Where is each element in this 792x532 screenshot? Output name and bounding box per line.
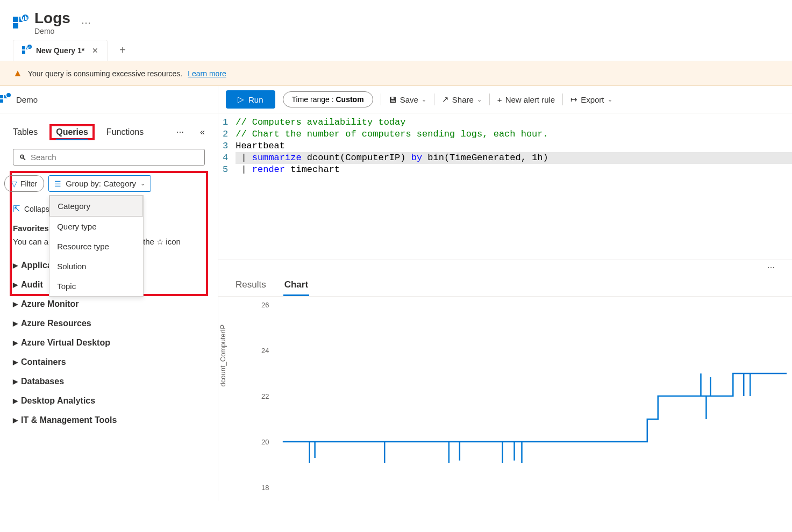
- play-icon: ▷: [238, 95, 244, 104]
- caret-right-icon: ▶: [13, 262, 18, 269]
- list-icon: ☰: [54, 179, 61, 188]
- export-button[interactable]: ↦ Export ⌄: [570, 95, 612, 104]
- caret-right-icon: ▶: [13, 358, 18, 366]
- chevron-down-icon: ⌄: [477, 96, 482, 103]
- group-by-option[interactable]: Solution: [49, 256, 143, 276]
- svg-text:20: 20: [261, 438, 269, 446]
- plus-icon: +: [497, 95, 502, 104]
- new-alert-button[interactable]: + New alert rule: [497, 95, 555, 104]
- collapse-panel-icon[interactable]: «: [200, 127, 205, 137]
- svg-text:18: 18: [261, 484, 269, 492]
- group-by-dropdown[interactable]: ☰ Group by: Category ⌄ Category Query ty…: [48, 175, 151, 192]
- result-area: ⋯ Results Chart dcount_ComputerIP 26 24 …: [218, 260, 792, 501]
- panel-tabs: Tables Queries Functions ⋯ «: [13, 119, 205, 143]
- group-by-option[interactable]: Resource type: [49, 236, 143, 256]
- svg-text:22: 22: [261, 392, 269, 400]
- chevron-down-icon: ⌄: [140, 180, 145, 187]
- export-icon: ↦: [570, 95, 577, 104]
- chevron-down-icon: ⌄: [608, 96, 612, 103]
- right-panel: 12345 // Computers availability today //…: [218, 113, 792, 501]
- share-button[interactable]: ↗ Share ⌄: [442, 95, 482, 104]
- highlight-queries: Queries: [49, 124, 95, 140]
- caret-right-icon: ▶: [13, 320, 18, 327]
- query-tab-icon: [22, 46, 32, 55]
- save-button[interactable]: 💾︎ Save ⌄: [389, 95, 426, 104]
- tab-chart[interactable]: Chart: [283, 275, 309, 296]
- filter-icon: ▽: [11, 179, 17, 188]
- caret-right-icon: ▶: [13, 416, 18, 424]
- code-area[interactable]: // Computers availability today // Chart…: [236, 117, 792, 176]
- line-gutter: 12345: [223, 117, 236, 176]
- toolbar: ▷ Run Time range : Custom 💾︎ Save ⌄ ↗ Sh…: [218, 86, 792, 113]
- page-title: Logs: [34, 10, 70, 27]
- search-icon: 🔍︎: [19, 153, 26, 162]
- filter-button[interactable]: ▽ Filter: [4, 175, 44, 192]
- query-tabs-row: New Query 1* ✕ +: [0, 40, 792, 61]
- scope-label[interactable]: Demo: [16, 95, 38, 104]
- add-tab-button[interactable]: +: [114, 41, 131, 60]
- warning-icon: ▲: [13, 68, 23, 79]
- tab-tables[interactable]: Tables: [13, 125, 38, 139]
- collapse-icon: ⇱: [13, 204, 20, 214]
- panel-more-icon[interactable]: ⋯: [173, 128, 188, 136]
- svg-text:26: 26: [261, 302, 269, 309]
- logs-logo-icon: [13, 15, 28, 30]
- share-icon: ↗: [442, 95, 449, 104]
- tab-results[interactable]: Results: [234, 275, 267, 296]
- query-tab-label: New Query 1*: [36, 46, 84, 55]
- query-editor[interactable]: 12345 // Computers availability today //…: [218, 113, 792, 179]
- category-row[interactable]: ▶Azure Monitor: [13, 294, 205, 314]
- result-tabs: Results Chart: [218, 272, 792, 297]
- group-by-label: Group by: Category: [66, 179, 136, 188]
- tab-queries[interactable]: Queries: [56, 125, 88, 140]
- caret-right-icon: ▶: [13, 281, 18, 289]
- search-input[interactable]: [31, 153, 199, 162]
- category-row[interactable]: ▶Databases: [13, 372, 205, 391]
- star-icon: ☆: [156, 237, 163, 246]
- save-icon: 💾︎: [389, 95, 397, 104]
- page-header: Logs Demo ⋯: [0, 0, 792, 40]
- category-row[interactable]: ▶Desktop Analytics: [13, 391, 205, 411]
- category-row[interactable]: ▶Azure Virtual Desktop: [13, 333, 205, 353]
- caret-right-icon: ▶: [13, 300, 18, 308]
- category-row[interactable]: ▶Containers: [13, 353, 205, 372]
- close-tab-icon[interactable]: ✕: [92, 46, 98, 55]
- query-tab[interactable]: New Query 1* ✕: [13, 40, 108, 61]
- chart-svg: 26 24 22 20 18: [251, 302, 787, 495]
- category-row[interactable]: ▶IT & Management Tools: [13, 411, 205, 430]
- group-by-option[interactable]: Query type: [49, 217, 143, 236]
- caret-right-icon: ▶: [13, 397, 18, 405]
- left-panel: Tables Queries Functions ⋯ « 🔍︎ ▽ Filter…: [0, 113, 218, 501]
- warning-text: Your query is consuming excessive resour…: [28, 69, 182, 78]
- learn-more-link[interactable]: Learn more: [188, 69, 226, 78]
- tab-functions[interactable]: Functions: [106, 125, 144, 139]
- category-row[interactable]: ▶Azure Resources: [13, 314, 205, 333]
- group-by-menu: Category Query type Resource type Soluti…: [49, 195, 144, 297]
- result-more-icon[interactable]: ⋯: [218, 260, 792, 272]
- scope-icon: [0, 94, 11, 105]
- svg-text:24: 24: [261, 347, 269, 355]
- time-range-button[interactable]: Time range : Custom: [283, 91, 373, 107]
- group-by-option[interactable]: Category: [49, 196, 143, 217]
- y-axis-label: dcount_ComputerIP: [219, 325, 227, 387]
- search-box[interactable]: 🔍︎: [13, 149, 205, 166]
- chevron-down-icon: ⌄: [422, 96, 426, 103]
- header-more-icon[interactable]: ⋯: [81, 17, 91, 28]
- caret-right-icon: ▶: [13, 378, 18, 385]
- caret-right-icon: ▶: [13, 339, 18, 347]
- chart: dcount_ComputerIP 26 24 22 20 18: [218, 297, 792, 501]
- run-label: Run: [248, 95, 263, 104]
- group-by-option[interactable]: Topic: [49, 276, 143, 296]
- page-subtitle: Demo: [34, 27, 70, 35]
- warning-bar: ▲ Your query is consuming excessive reso…: [0, 61, 792, 86]
- run-button[interactable]: ▷ Run: [226, 90, 275, 109]
